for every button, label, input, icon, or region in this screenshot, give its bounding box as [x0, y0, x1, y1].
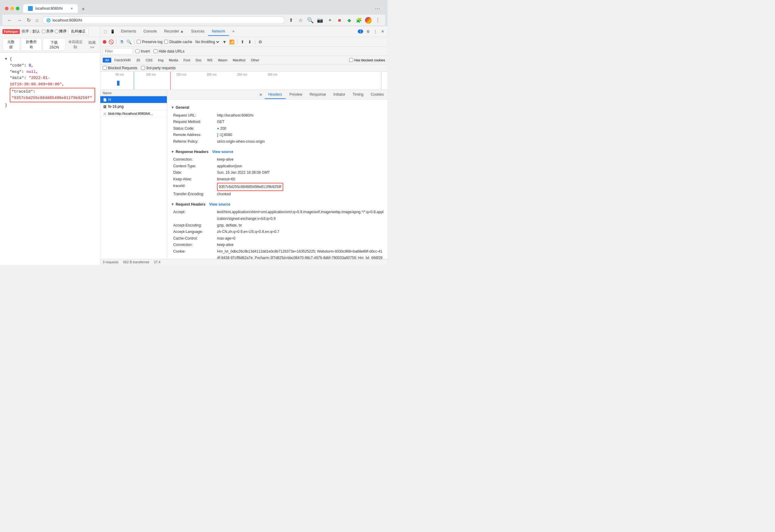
chrome-profile-icon[interactable]	[365, 17, 372, 24]
active-tab[interactable]: 🌐 localhost:8080/hi ×	[23, 4, 78, 13]
extensions-icon[interactable]: 🧩	[355, 17, 363, 24]
timeline-250ms: 250 ms	[237, 73, 247, 76]
tab-console[interactable]: Console	[140, 27, 160, 36]
type-manifest-button[interactable]: Manifest	[231, 58, 248, 63]
connection-row: Connection: keep-alive	[173, 156, 384, 163]
request-headers-section: ▼ Request Headers View source	[171, 201, 384, 208]
filter-input[interactable]	[103, 48, 133, 54]
filter-toggle-button[interactable]: ⚗	[119, 39, 124, 45]
extension-4-icon[interactable]: ■	[336, 17, 343, 24]
record-button[interactable]	[103, 40, 106, 44]
timeline-50ms: 50 ms	[115, 73, 124, 76]
back-button[interactable]: ←	[6, 17, 13, 24]
collapse-button[interactable]: 折叠所有	[21, 38, 42, 51]
timeline-load-line	[170, 72, 170, 90]
general-toggle[interactable]: ▼	[171, 104, 174, 111]
detail-close-button[interactable]: ✕	[257, 93, 265, 97]
disable-cache-checkbox[interactable]: Disable cache	[164, 40, 192, 44]
address-bar[interactable]: 🌐 localhost:8080/hi	[42, 16, 285, 24]
extension-5-icon[interactable]: ◆	[346, 17, 353, 24]
blocked-requests-checkbox[interactable]: Blocked Requests	[103, 66, 137, 70]
response-headers-view-source[interactable]: View source	[212, 149, 234, 155]
extension-2-icon[interactable]: 📷	[316, 17, 324, 24]
detail-tab-preview[interactable]: Preview	[286, 90, 306, 99]
preserve-log-checkbox[interactable]: Preserve log	[137, 40, 162, 44]
advanced-settings-button[interactable]: ⚙高级定制	[67, 38, 84, 51]
request-list-header: Name	[100, 90, 167, 96]
extension-3-icon[interactable]: ✦	[326, 17, 333, 24]
tab-sources[interactable]: Sources	[187, 27, 208, 36]
json-msg-row: "msg": null,	[5, 69, 95, 75]
reload-button[interactable]: ↻	[26, 17, 32, 24]
json-close-brace: }	[5, 102, 95, 109]
tab-elements[interactable]: Elements	[117, 27, 140, 36]
minimize-button[interactable]	[10, 7, 14, 10]
detail-tab-response[interactable]: Response	[306, 90, 330, 99]
devtools-settings-icon[interactable]: ⚙	[366, 29, 370, 34]
sort-asc-option[interactable]: 升序	[42, 29, 53, 34]
share-icon[interactable]: ⬆	[287, 17, 295, 24]
request-headers-toggle[interactable]: ▼	[171, 201, 174, 208]
raw-button[interactable]: 元数据	[2, 38, 20, 51]
type-other-button[interactable]: Other	[248, 58, 262, 63]
chaotic-button[interactable]: 乱码修正	[68, 28, 88, 35]
export-button[interactable]: ⬇	[247, 39, 253, 45]
device-mode-icon[interactable]: 📱	[110, 29, 115, 34]
close-button[interactable]	[5, 7, 9, 10]
referrer-policy-row: Referrer Policy: strict-origin-when-cros…	[173, 138, 384, 145]
detail-tab-bar: ✕ Headers Preview Response Initiator Tim…	[167, 90, 388, 100]
extension-1-icon[interactable]: 🔍	[307, 17, 314, 24]
search-button[interactable]: 🔍	[126, 39, 131, 45]
devtools-more-icon[interactable]: ⋮	[373, 29, 378, 34]
hide-data-urls-checkbox[interactable]: Hide data URLs	[153, 49, 184, 53]
sort-desc-option[interactable]: 降序	[55, 29, 67, 34]
type-ws-button[interactable]: WS	[205, 58, 215, 63]
request-item-blob[interactable]: □ blob:http://localhost:8080/b67ff01...	[100, 110, 167, 117]
detail-tab-timing[interactable]: Timing	[349, 90, 367, 99]
response-headers-toggle[interactable]: ▼	[171, 149, 174, 155]
online-status-icon[interactable]: 📶	[229, 39, 235, 45]
request-headers-view-source[interactable]: View source	[209, 201, 231, 208]
timeline-dom-line	[134, 72, 134, 90]
type-media-button[interactable]: Media	[166, 58, 180, 63]
devtools-close-icon[interactable]: ✕	[380, 29, 385, 34]
detail-tab-initiator[interactable]: Initiator	[330, 90, 349, 99]
download-button[interactable]: 下载JSON	[43, 38, 66, 51]
menu-icon[interactable]: ⋮	[374, 17, 381, 24]
detail-tab-headers[interactable]: Headers	[265, 90, 286, 99]
type-js-button[interactable]: JS	[134, 58, 142, 63]
devtools-panel: ⬚ 📱 Elements Console Recorder ▲ Sources …	[100, 26, 388, 265]
type-all-button[interactable]: All	[103, 58, 111, 63]
type-doc-button[interactable]: Doc	[193, 58, 204, 63]
tab-network[interactable]: Network	[208, 27, 229, 36]
request-item-hi[interactable]: 📄 hi	[100, 96, 167, 103]
request-item-fe16png[interactable]: 🖼 fe-16.png	[100, 103, 167, 110]
type-wasm-button[interactable]: Wasm	[216, 58, 230, 63]
timeline-end-line	[381, 72, 381, 90]
type-img-button[interactable]: Img	[155, 58, 166, 63]
third-party-checkbox[interactable]: 3rd-party requests	[141, 66, 176, 70]
type-fetchxhr-button[interactable]: Fetch/XHR	[112, 58, 133, 63]
hide-button[interactable]: 隐藏>>	[87, 38, 97, 51]
network-settings-icon[interactable]: ⚙	[258, 39, 263, 45]
type-css-button[interactable]: CSS	[143, 58, 155, 63]
tab-close-button[interactable]: ×	[70, 6, 73, 11]
import-button[interactable]: ⬆	[240, 39, 245, 45]
clear-button[interactable]: 🚫	[108, 39, 114, 45]
inspect-element-icon[interactable]: ⬚	[103, 29, 107, 34]
home-button[interactable]: ⌂	[34, 17, 40, 24]
bookmark-icon[interactable]: ☆	[297, 17, 304, 24]
throttle-select[interactable]: No throttling	[194, 39, 220, 44]
throttle-dropdown-icon[interactable]: ▼	[222, 39, 227, 45]
tab-more[interactable]: »	[229, 27, 238, 36]
forward-button[interactable]: →	[16, 17, 23, 24]
type-font-button[interactable]: Font	[181, 58, 193, 63]
fehelper-logo: FeHelper	[2, 29, 20, 34]
has-blocked-cookies-checkbox[interactable]: Has blocked cookies	[349, 58, 385, 62]
invert-checkbox[interactable]: Invert	[135, 49, 150, 53]
new-tab-button[interactable]: +	[79, 6, 87, 13]
tab-recorder[interactable]: Recorder ▲	[160, 27, 187, 36]
request-method-row: Request Method: GET	[173, 119, 384, 125]
detail-tab-cookies[interactable]: Cookies	[367, 90, 388, 99]
maximize-button[interactable]	[16, 7, 19, 10]
